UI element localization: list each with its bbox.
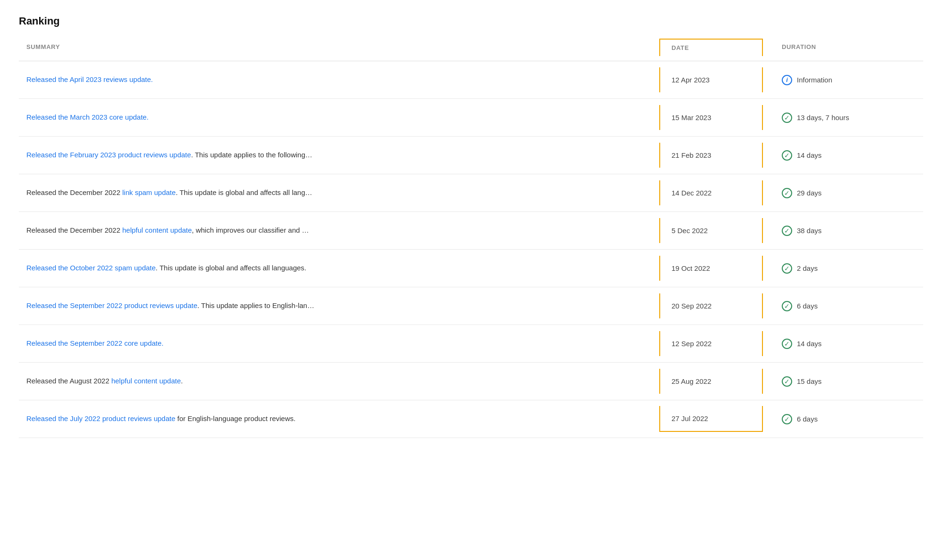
cell-summary-9: Released the August 2022 helpful content…: [19, 367, 659, 395]
cell-date-8: 12 Sep 2022: [659, 331, 763, 356]
summary-text-3: . This update applies to the following…: [191, 151, 312, 159]
summary-text-7: . This update applies to English-lan…: [197, 301, 314, 309]
cell-summary-8: Released the September 2022 core update.: [19, 330, 659, 357]
duration-text-9: 15 days: [797, 377, 822, 385]
cell-duration-10: ✓ 6 days: [763, 406, 923, 433]
duration-text-7: 6 days: [797, 302, 818, 310]
col-header-date: DATE: [659, 39, 763, 56]
summary-text-9a: Released the August 2022: [26, 377, 111, 385]
cell-duration-2: ✓ 13 days, 7 hours: [763, 104, 923, 131]
col-header-summary: SUMMARY: [19, 39, 659, 56]
summary-link-5[interactable]: helpful content update: [122, 226, 192, 234]
duration-text-5: 38 days: [797, 227, 822, 235]
table-row: Released the August 2022 helpful content…: [19, 363, 923, 400]
check-icon: ✓: [782, 226, 792, 236]
cell-duration-4: ✓ 29 days: [763, 179, 923, 207]
cell-summary-3: Released the February 2023 product revie…: [19, 141, 659, 169]
summary-link-4[interactable]: link spam update: [122, 188, 175, 196]
cell-summary-7: Released the September 2022 product revi…: [19, 292, 659, 320]
summary-text-9b: .: [181, 377, 183, 385]
summary-text-5a: Released the December 2022: [26, 226, 122, 234]
table-row: Released the December 2022 link spam upd…: [19, 174, 923, 212]
cell-date-10: 27 Jul 2022: [659, 406, 763, 432]
cell-date-4: 14 Dec 2022: [659, 180, 763, 205]
check-icon: ✓: [782, 414, 792, 424]
check-icon: ✓: [782, 376, 792, 387]
cell-duration-6: ✓ 2 days: [763, 255, 923, 282]
cell-duration-7: ✓ 6 days: [763, 292, 923, 320]
summary-text-4b: . This update is global and affects all …: [176, 188, 312, 196]
table-row: Released the December 2022 helpful conte…: [19, 212, 923, 250]
table-row: Released the September 2022 product revi…: [19, 287, 923, 325]
summary-text-6: . This update is global and affects all …: [156, 264, 306, 272]
cell-duration-8: ✓ 14 days: [763, 330, 923, 357]
summary-text-5b: , which improves our classifier and …: [192, 226, 309, 234]
info-icon: i: [782, 75, 792, 85]
cell-duration-9: ✓ 15 days: [763, 368, 923, 395]
page-title: Ranking: [19, 15, 923, 27]
ranking-table: SUMMARY DATE DURATION Released the April…: [19, 39, 923, 438]
summary-text-4a: Released the December 2022: [26, 188, 122, 196]
check-icon: ✓: [782, 113, 792, 123]
check-icon: ✓: [782, 301, 792, 311]
table-row: Released the March 2023 core update. 15 …: [19, 99, 923, 137]
duration-text-8: 14 days: [797, 340, 822, 348]
summary-link-2[interactable]: Released the March 2023 core update.: [26, 113, 148, 121]
duration-text-3: 14 days: [797, 151, 822, 159]
cell-summary-10: Released the July 2022 product reviews u…: [19, 405, 659, 433]
col-header-duration: DURATION: [763, 39, 923, 56]
cell-date-3: 21 Feb 2023: [659, 143, 763, 168]
cell-date-5: 5 Dec 2022: [659, 218, 763, 243]
duration-text-2: 13 days, 7 hours: [797, 114, 849, 122]
table-header: SUMMARY DATE DURATION: [19, 39, 923, 61]
cell-duration-3: ✓ 14 days: [763, 142, 923, 169]
table-row: Released the October 2022 spam update. T…: [19, 250, 923, 287]
summary-link-7[interactable]: Released the September 2022 product revi…: [26, 301, 197, 309]
table-row: Released the July 2022 product reviews u…: [19, 400, 923, 438]
cell-summary-2: Released the March 2023 core update.: [19, 104, 659, 131]
check-icon: ✓: [782, 150, 792, 161]
duration-text-6: 2 days: [797, 264, 818, 272]
summary-link-10[interactable]: Released the July 2022 product reviews u…: [26, 414, 175, 422]
cell-duration-5: ✓ 38 days: [763, 217, 923, 244]
table-row: Released the April 2023 reviews update. …: [19, 61, 923, 99]
duration-text-10: 6 days: [797, 415, 818, 423]
cell-date-1: 12 Apr 2023: [659, 67, 763, 92]
cell-summary-4: Released the December 2022 link spam upd…: [19, 179, 659, 207]
table-row: Released the September 2022 core update.…: [19, 325, 923, 363]
duration-text-1: Information: [797, 76, 832, 84]
cell-date-9: 25 Aug 2022: [659, 369, 763, 394]
summary-text-10: for English-language product reviews.: [175, 414, 295, 422]
cell-duration-1: i Information: [763, 66, 923, 94]
cell-summary-5: Released the December 2022 helpful conte…: [19, 217, 659, 244]
summary-link-9[interactable]: helpful content update: [111, 377, 181, 385]
summary-link-6[interactable]: Released the October 2022 spam update: [26, 264, 156, 272]
cell-date-6: 19 Oct 2022: [659, 256, 763, 281]
summary-link-8[interactable]: Released the September 2022 core update.: [26, 339, 164, 347]
cell-summary-6: Released the October 2022 spam update. T…: [19, 254, 659, 282]
table-row: Released the February 2023 product revie…: [19, 137, 923, 174]
check-icon: ✓: [782, 339, 792, 349]
cell-date-7: 20 Sep 2022: [659, 293, 763, 318]
summary-link-1[interactable]: Released the April 2023 reviews update.: [26, 75, 153, 83]
check-icon: ✓: [782, 188, 792, 198]
check-icon: ✓: [782, 263, 792, 274]
summary-link-3[interactable]: Released the February 2023 product revie…: [26, 151, 191, 159]
cell-date-2: 15 Mar 2023: [659, 105, 763, 130]
duration-text-4: 29 days: [797, 189, 822, 197]
cell-summary-1: Released the April 2023 reviews update.: [19, 66, 659, 94]
